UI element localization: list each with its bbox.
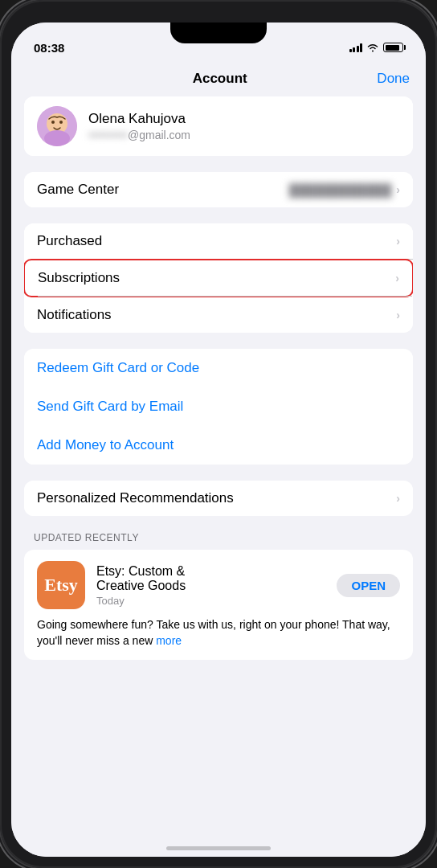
game-center-value: ████████████ — [289, 183, 392, 197]
notifications-label: Notifications — [37, 307, 112, 323]
email-blurred: •••••••••• — [88, 129, 128, 141]
app-description: Going somewhere fun? Take us with us, ri… — [37, 617, 400, 649]
gift-card-card: Redeem Gift Card or Code Send Gift Card … — [24, 349, 413, 465]
notifications-chevron — [396, 309, 400, 321]
game-center-section: Game Center ████████████ — [24, 172, 413, 207]
personalized-rec-card[interactable]: Personalized Recommendations — [24, 481, 413, 516]
app-date: Today — [96, 595, 337, 607]
status-icons — [349, 43, 404, 52]
subscriptions-chevron — [395, 272, 399, 285]
game-center-row[interactable]: Game Center ████████████ — [24, 172, 413, 207]
profile-info: Olena Kahujova ••••••••••@gmail.com — [88, 111, 400, 141]
profile-email: ••••••••••@gmail.com — [88, 129, 400, 141]
add-money-row[interactable]: Add Money to Account — [24, 426, 413, 465]
notch — [170, 23, 267, 43]
personalized-rec-row[interactable]: Personalized Recommendations — [24, 481, 413, 516]
subscriptions-label: Subscriptions — [38, 270, 120, 286]
settings-card: Purchased Subscriptions — [24, 223, 413, 333]
email-domain: @gmail.com — [128, 129, 190, 141]
phone-frame: 08:38 — [0, 0, 437, 868]
svg-point-2 — [44, 130, 70, 146]
status-time: 08:38 — [34, 41, 64, 55]
signal-icon — [349, 43, 363, 52]
send-gift-card-label: Send Gift Card by Email — [37, 399, 183, 414]
nav-header: Account Done — [11, 63, 426, 96]
app-name: Etsy: Custom & Creative Goods — [96, 564, 337, 593]
add-money-label: Add Money to Account — [37, 437, 174, 452]
personalized-rec-label: Personalized Recommendations — [37, 490, 234, 506]
redeem-gift-card-label: Redeem Gift Card or Code — [37, 360, 199, 375]
open-button[interactable]: OPEN — [337, 574, 400, 597]
avatar — [37, 106, 77, 146]
settings-group: Purchased Subscriptions — [24, 223, 413, 333]
game-center-label: Game Center — [37, 182, 119, 198]
subscriptions-row[interactable]: Subscriptions — [24, 259, 413, 297]
svg-point-4 — [59, 121, 63, 124]
purchased-label: Purchased — [37, 233, 102, 249]
app-info: Etsy: Custom & Creative Goods Today — [96, 564, 337, 607]
updated-recently-label: UPDATED RECENTLY — [24, 532, 413, 550]
chevron-icon — [396, 183, 400, 196]
content-area: Account Done — [11, 63, 426, 857]
game-center-card[interactable]: Game Center ████████████ — [24, 172, 413, 207]
profile-row[interactable]: Olena Kahujova ••••••••••@gmail.com — [24, 96, 413, 156]
profile-name: Olena Kahujova — [88, 111, 400, 127]
profile-card[interactable]: Olena Kahujova ••••••••••@gmail.com — [24, 96, 413, 156]
status-bar: 08:38 — [11, 23, 426, 63]
personalized-rec-section: Personalized Recommendations — [24, 481, 413, 516]
avatar-image — [37, 106, 77, 146]
svg-point-3 — [51, 121, 55, 124]
purchased-row[interactable]: Purchased — [24, 223, 413, 259]
page-title: Account — [63, 71, 377, 87]
send-gift-card-row[interactable]: Send Gift Card by Email — [24, 387, 413, 426]
app-row: Etsy Etsy: Custom & Creative Goods Today… — [24, 550, 413, 660]
purchased-chevron — [396, 235, 400, 248]
home-indicator — [166, 846, 271, 850]
phone-screen: 08:38 — [11, 23, 426, 857]
profile-section: Olena Kahujova ••••••••••@gmail.com — [24, 96, 413, 156]
etsy-app-icon: Etsy — [37, 561, 85, 609]
personalized-rec-chevron — [396, 492, 400, 505]
done-button[interactable]: Done — [377, 71, 410, 87]
notifications-row[interactable]: Notifications — [24, 297, 413, 333]
redeem-gift-card-row[interactable]: Redeem Gift Card or Code — [24, 349, 413, 387]
updated-recently-section: UPDATED RECENTLY Etsy Etsy: Custom & Cre… — [24, 532, 413, 660]
wifi-icon — [366, 43, 379, 52]
more-link[interactable]: more — [156, 634, 182, 647]
battery-icon — [383, 43, 403, 52]
gift-card-section: Redeem Gift Card or Code Send Gift Card … — [24, 349, 413, 465]
